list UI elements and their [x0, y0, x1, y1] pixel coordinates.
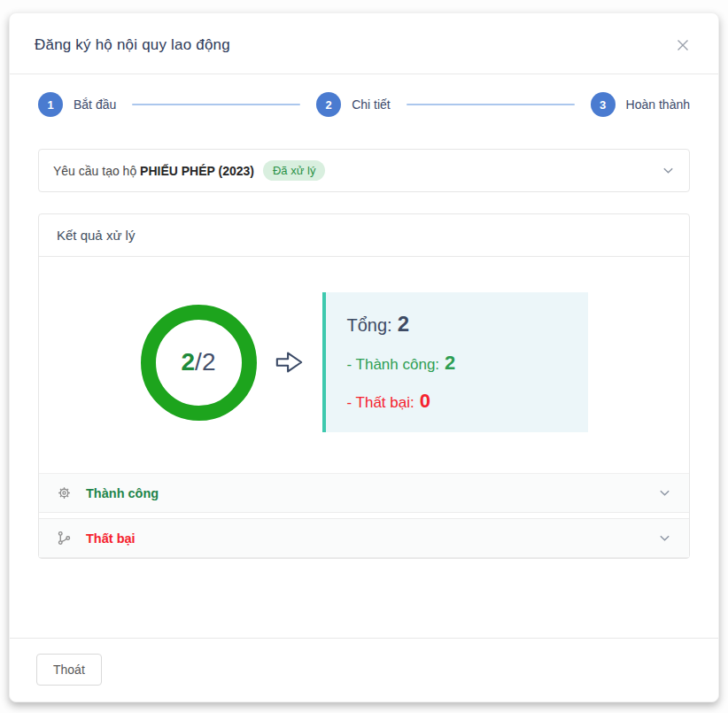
result-card-title: Kết quả xử lý	[39, 214, 689, 257]
summary-total-line: Tổng: 2	[347, 312, 567, 337]
step-label: Chi tiết	[352, 97, 391, 112]
close-button[interactable]	[672, 35, 693, 56]
progress-total: 2	[202, 348, 216, 376]
fail-label: - Thất bại:	[347, 394, 414, 412]
page-title: Đăng ký hộ nội quy lao động	[35, 36, 230, 54]
stepper-connector	[407, 104, 575, 105]
result-card: Kết quả xử lý 2 / 2 Tổng: 2 - Thành công…	[38, 213, 690, 559]
modal-footer: Thoát	[10, 638, 718, 701]
progress-separator: /	[195, 348, 202, 376]
stepper-connector	[132, 104, 300, 105]
section-label-success: Thành công	[86, 486, 159, 500]
request-name: PHIẾU PHÉP (2023)	[140, 164, 254, 178]
gear-icon	[57, 485, 72, 500]
summary-success-line: - Thành công: 2	[347, 352, 567, 375]
chevron-down-icon	[662, 164, 675, 177]
stepper-step-complete[interactable]: 3 Hoàn thành	[591, 92, 690, 117]
success-collapse-header[interactable]: Thành công	[39, 474, 689, 513]
step-number-badge: 3	[591, 92, 616, 117]
section-label-fail: Thất bại	[86, 531, 136, 546]
branch-icon	[57, 531, 72, 546]
wizard-stepper: 1 Bắt đầu 2 Chi tiết 3 Hoàn thành	[10, 74, 718, 135]
stepper-step-details[interactable]: 2 Chi tiết	[316, 92, 391, 117]
chevron-down-icon	[658, 486, 671, 500]
progress-done: 2	[182, 348, 196, 376]
result-card-body: 2 / 2 Tổng: 2 - Thành công: 2 - Thất bại…	[39, 257, 689, 473]
stepper-step-start[interactable]: 1 Bắt đầu	[38, 92, 116, 117]
step-label: Bắt đầu	[74, 97, 116, 112]
step-label: Hoàn thành	[626, 97, 690, 112]
total-value: 2	[398, 312, 409, 337]
fail-value: 0	[420, 390, 430, 413]
progress-ring: 2 / 2	[141, 305, 257, 421]
request-label: Yêu cầu tạo hộ PHIẾU PHÉP (2023)	[53, 164, 254, 178]
fail-collapse-header[interactable]: Thất bại	[39, 518, 689, 558]
exit-button[interactable]: Thoát	[36, 654, 102, 686]
step-number-badge: 2	[316, 92, 341, 117]
register-regulations-modal: Đăng ký hộ nội quy lao động 1 Bắt đầu 2 …	[9, 12, 719, 702]
close-icon	[676, 42, 690, 55]
summary-box: Tổng: 2 - Thành công: 2 - Thất bại: 0	[322, 292, 588, 432]
status-badge: Đã xử lý	[263, 160, 325, 181]
right-arrow-icon	[275, 348, 305, 376]
result-sections: Thành công Thất bại	[39, 473, 689, 558]
request-collapse-header[interactable]: Yêu cầu tạo hộ PHIẾU PHÉP (2023) Đã xử l…	[38, 149, 690, 192]
summary-fail-line: - Thất bại: 0	[347, 390, 567, 413]
step-number-badge: 1	[38, 92, 63, 117]
modal-header: Đăng ký hộ nội quy lao động	[10, 13, 718, 74]
total-label: Tổng:	[347, 315, 392, 336]
success-label: - Thành công:	[347, 356, 440, 374]
chevron-down-icon	[658, 531, 671, 545]
success-value: 2	[445, 352, 455, 375]
